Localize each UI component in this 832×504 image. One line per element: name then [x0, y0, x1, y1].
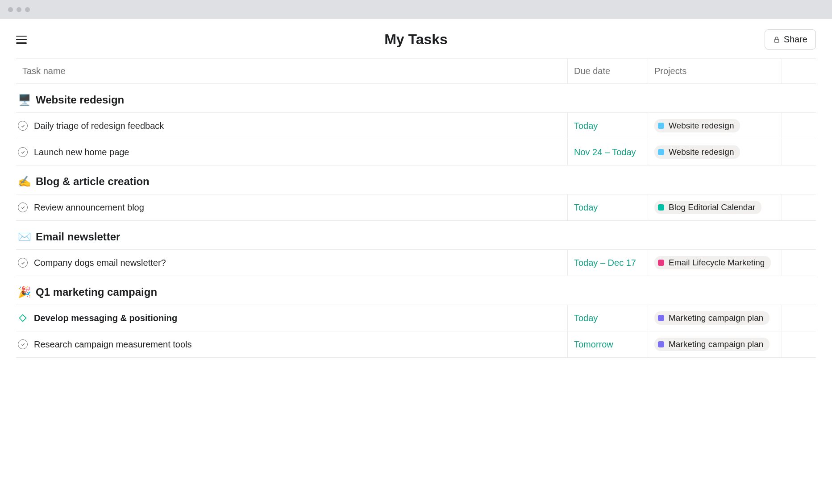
task-row[interactable]: Develop messaging & positioningTodayMark…: [16, 305, 816, 331]
task-extra-cell[interactable]: [782, 305, 816, 331]
task-title: Review announcement blog: [34, 202, 144, 213]
window-chrome: [0, 0, 832, 19]
section-title-text: Q1 marketing campaign: [36, 286, 157, 298]
task-title: Develop messaging & positioning: [34, 313, 177, 323]
section-title[interactable]: 🎉Q1 marketing campaign: [16, 276, 816, 305]
complete-check-icon[interactable]: [18, 121, 28, 131]
task-row[interactable]: Daily triage of redesign feedbackTodayWe…: [16, 112, 816, 139]
task-project-cell[interactable]: Marketing campaign plan: [648, 331, 782, 357]
project-color-dot: [658, 204, 664, 211]
task-project-cell[interactable]: Email Lifecycle Marketing: [648, 250, 782, 276]
chrome-dot-close[interactable]: [8, 7, 13, 12]
project-color-dot: [658, 341, 664, 347]
task-project-cell[interactable]: Marketing campaign plan: [648, 305, 782, 331]
project-pill-label: Blog Editorial Calendar: [669, 202, 755, 212]
project-color-dot: [658, 260, 664, 266]
task-row[interactable]: Company dogs email newsletter?Today – De…: [16, 249, 816, 276]
task-name-cell[interactable]: Research campaign measurement tools: [16, 331, 568, 357]
complete-check-icon[interactable]: [18, 258, 28, 268]
svg-rect-0: [774, 39, 778, 42]
task-name-cell[interactable]: Daily triage of redesign feedback: [16, 113, 568, 139]
complete-check-icon[interactable]: [18, 339, 28, 349]
project-pill[interactable]: Blog Editorial Calendar: [654, 201, 761, 214]
project-color-dot: [658, 315, 664, 321]
task-project-cell[interactable]: Website redesign: [648, 113, 782, 139]
task-project-cell[interactable]: Website redesign: [648, 139, 782, 165]
section-title-text: Blog & article creation: [36, 175, 150, 188]
project-pill-label: Marketing campaign plan: [669, 313, 763, 323]
task-due-cell[interactable]: Today – Dec 17: [568, 250, 648, 276]
project-pill-label: Marketing campaign plan: [669, 339, 763, 349]
task-extra-cell[interactable]: [782, 250, 816, 276]
task-due-cell[interactable]: Tomorrow: [568, 331, 648, 357]
section-title[interactable]: ✍️Blog & article creation: [16, 165, 816, 194]
project-pill[interactable]: Marketing campaign plan: [654, 338, 770, 351]
project-pill-label: Website redesign: [669, 121, 734, 131]
project-pill[interactable]: Email Lifecycle Marketing: [654, 256, 771, 269]
section-emoji: ✉️: [18, 231, 31, 243]
section-emoji: ✍️: [18, 175, 31, 188]
col-header-extra[interactable]: [782, 59, 816, 83]
share-button-label: Share: [784, 34, 807, 45]
task-row[interactable]: Research campaign measurement toolsTomor…: [16, 331, 816, 358]
task-due-cell[interactable]: Today: [568, 194, 648, 220]
task-row[interactable]: Launch new home pageNov 24 – TodayWebsit…: [16, 139, 816, 165]
task-name-cell[interactable]: Launch new home page: [16, 139, 568, 165]
task-title: Launch new home page: [34, 147, 129, 157]
col-header-name[interactable]: Task name: [16, 59, 568, 83]
chrome-dot-min[interactable]: [17, 7, 21, 12]
column-headers: Task name Due date Projects: [16, 58, 816, 84]
complete-check-icon[interactable]: [18, 202, 28, 212]
project-pill[interactable]: Website redesign: [654, 145, 740, 159]
task-extra-cell[interactable]: [782, 194, 816, 220]
section-title[interactable]: ✉️Email newsletter: [16, 221, 816, 249]
task-name-cell[interactable]: Company dogs email newsletter?: [16, 250, 568, 276]
project-pill[interactable]: Marketing campaign plan: [654, 311, 770, 325]
project-pill-label: Email Lifecycle Marketing: [669, 258, 765, 268]
task-name-cell[interactable]: Develop messaging & positioning: [16, 305, 568, 331]
task-due-cell[interactable]: Today: [568, 305, 648, 331]
task-title: Research campaign measurement tools: [34, 339, 192, 350]
menamburger-icon[interactable]: [16, 36, 27, 44]
project-pill-label: Website redesign: [669, 147, 734, 157]
complete-check-icon[interactable]: [18, 147, 28, 157]
task-row[interactable]: Review announcement blogTodayBlog Editor…: [16, 194, 816, 221]
task-due-cell[interactable]: Today: [568, 113, 648, 139]
section-title-text: Website redesign: [36, 94, 124, 106]
col-header-due[interactable]: Due date: [568, 59, 648, 83]
share-button[interactable]: Share: [765, 29, 816, 50]
task-table: Task name Due date Projects 🖥️Website re…: [16, 58, 816, 358]
task-name-cell[interactable]: Review announcement blog: [16, 194, 568, 220]
task-project-cell[interactable]: Blog Editorial Calendar: [648, 194, 782, 220]
section-title[interactable]: 🖥️Website redesign: [16, 84, 816, 112]
task-extra-cell[interactable]: [782, 139, 816, 165]
task-extra-cell[interactable]: [782, 331, 816, 357]
section-title-text: Email newsletter: [36, 231, 120, 243]
chrome-dot-max[interactable]: [25, 7, 30, 12]
page-title: My Tasks: [384, 31, 448, 48]
project-color-dot: [658, 123, 664, 129]
section-emoji: 🎉: [18, 286, 31, 298]
milestone-icon[interactable]: [18, 313, 28, 323]
task-title: Daily triage of redesign feedback: [34, 121, 164, 131]
project-color-dot: [658, 149, 664, 155]
task-due-cell[interactable]: Nov 24 – Today: [568, 139, 648, 165]
task-title: Company dogs email newsletter?: [34, 258, 166, 268]
section-emoji: 🖥️: [18, 94, 31, 106]
task-extra-cell[interactable]: [782, 113, 816, 139]
col-header-projects[interactable]: Projects: [648, 59, 782, 83]
project-pill[interactable]: Website redesign: [654, 119, 740, 132]
header: My Tasks Share: [0, 19, 832, 58]
lock-icon: [773, 36, 780, 43]
